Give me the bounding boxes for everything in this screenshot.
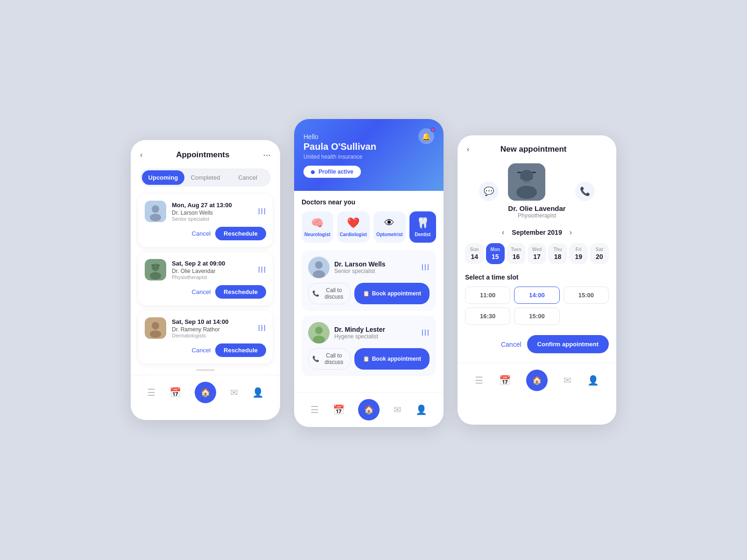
reschedule-button[interactable]: Reschedule [215,227,266,240]
tab-bar: Upcoming Completed Cancel [140,168,271,187]
specialty-optometrist[interactable]: 👁 Optometrist [374,211,406,243]
reschedule-button[interactable]: Reschedule [215,343,266,357]
doctor-card-2: Dr. Mindy Lester Hygene specialist ⁞⁞⁞ 📞… [302,315,436,376]
tab-cancel[interactable]: Cancel [226,170,269,185]
doctors-near-title: Doctors near you [302,198,436,206]
tab-upcoming[interactable]: Upcoming [142,170,184,185]
appointment-date: Mon, Aug 27 at 13:00 [172,202,252,209]
calendar-days: Sun 14 Mon 15 Tues 16 Wed 17 Thu 18 [465,243,609,264]
doctor2-specialty: Hygene specialist [334,333,416,340]
new-appointment-title: New appointment [474,145,593,154]
appointment-specialty: Physiotherapist [172,274,252,280]
bottom-nav-2: ☰ 📅 🏠 ✉ 👤 [294,392,444,427]
neurologist-icon: 🧠 [311,217,324,229]
cardiologist-label: Cardiologist [340,232,367,237]
home-button-2[interactable]: 🏠 [358,399,380,420]
profile-icon-3[interactable]: 👤 [587,375,599,386]
phone3-new-appointment: ‹ New appointment 💬 Dr. O [458,135,616,425]
doctor1-avatar [308,257,330,278]
phone-call-icon[interactable]: 📞 [575,182,595,201]
call-discuss-button-2[interactable]: 📞 Call to discuss [308,348,351,370]
notification-bell[interactable]: 🔔 [418,128,434,144]
book-appointment-button[interactable]: 📋 Book appointment [354,283,430,304]
back-icon[interactable]: ‹ [140,151,142,159]
reschedule-button[interactable]: Reschedule [215,285,266,299]
back-icon-3[interactable]: ‹ [467,145,469,154]
profile-icon[interactable]: 👤 [252,387,264,398]
time-slot-1400[interactable]: 14:00 [514,287,559,304]
calendar-icon-2[interactable]: 📅 [333,404,345,415]
screen-container: ‹ Appointments ··· Upcoming Completed Ca… [112,114,635,446]
specialty-dentist[interactable]: 🦷 Dentist [409,211,436,243]
specialty-cardiologist[interactable]: ❤️ Cardiologist [337,211,370,243]
svg-point-9 [152,322,159,329]
menu-icon[interactable]: ☰ [147,387,155,398]
dentist-label: Dentist [415,232,430,237]
calendar-day-16[interactable]: Tues 16 [507,243,526,264]
confirm-appointment-button[interactable]: Confirm appointment [527,335,609,353]
calendar-day-18[interactable]: Thu 18 [548,243,567,264]
appointment-doctor: Dr. Larson Wells [172,210,252,216]
cancel-appointment-button[interactable]: Cancel [501,341,521,348]
calendar-day-15[interactable]: Mon 15 [486,243,505,264]
menu-icon-3[interactable]: ☰ [475,375,483,386]
neurologist-label: Neurologist [304,232,331,237]
phone-icon: 📞 [312,290,319,297]
calendar-nav: ‹ September 2019 › [465,228,609,237]
doctor-main-name: Dr. Olie Lavendar [508,204,565,212]
doctor2-avatar [308,322,330,343]
phone1-header: ‹ Appointments ··· [131,140,280,165]
phone3-actions: Cancel Confirm appointment [458,329,616,359]
calendar-icon[interactable]: 📅 [169,387,181,398]
appointment-specialty: Senior specialist [172,216,252,222]
mail-icon[interactable]: ✉ [230,387,238,398]
calendar-day-20[interactable]: Sat 20 [590,243,609,264]
notification-dot [430,127,435,132]
doctor-avatar [145,201,166,222]
cancel-button[interactable]: Cancel [192,285,211,299]
call-discuss-button[interactable]: 📞 Call to discuss [308,283,351,304]
tab-completed[interactable]: Completed [184,170,227,185]
phone2-home: Hello Paula O'Sullivan United health ins… [294,119,444,427]
dentist-icon: 🦷 [416,217,429,229]
calendar-prev-button[interactable]: ‹ [502,228,504,237]
cancel-button[interactable]: Cancel [192,227,211,240]
more-options-icon[interactable]: ··· [263,149,271,160]
phone1-appointments: ‹ Appointments ··· Upcoming Completed Ca… [131,140,280,420]
calendar-icon-3[interactable]: 📅 [499,375,511,386]
svg-point-19 [516,186,537,199]
mail-icon-2[interactable]: ✉ [394,404,402,415]
calendar-day-14[interactable]: Sun 14 [465,243,484,264]
time-slot-1630[interactable]: 16:30 [465,308,510,325]
svg-point-1 [152,205,159,213]
calendar-book-icon-2: 📋 [363,356,370,362]
bottom-nav: ☰ 📅 🏠 ✉ 👤 [131,375,280,410]
book-appointment-button-2[interactable]: 📋 Book appointment [354,348,430,370]
home-button-3[interactable]: 🏠 [526,370,548,391]
doctor-avatar [145,259,166,280]
time-slot-1500b[interactable]: 15:00 [514,308,559,325]
doctor-main-avatar [508,163,545,201]
time-slot-1100[interactable]: 11:00 [465,287,510,304]
svg-point-10 [150,330,161,338]
specialty-grid: 🧠 Neurologist ❤️ Cardiologist 👁 Optometr… [302,211,436,243]
menu-icon-2[interactable]: ☰ [310,404,319,415]
svg-point-12 [315,261,323,269]
appointment-doctor: Dr. Rameny Rathor [172,326,252,333]
svg-point-2 [150,214,161,221]
message-icon[interactable]: 💬 [479,182,499,201]
specialty-neurologist[interactable]: 🧠 Neurologist [302,211,333,243]
time-slot-1500a[interactable]: 15:00 [564,287,609,304]
profile-active-button[interactable]: Profile active [303,166,361,178]
profile-icon-2[interactable]: 👤 [416,404,427,415]
calendar-day-19[interactable]: Fri 19 [569,243,588,264]
doctor-card-1: Dr. Larson Wells Senior specialist ⁞⁞⁞ 📞… [302,250,436,311]
phone3-header: ‹ New appointment [458,135,616,159]
calendar-next-button[interactable]: › [570,228,572,237]
svg-rect-6 [151,265,154,266]
cancel-button[interactable]: Cancel [192,343,211,357]
home-button[interactable]: 🏠 [195,382,216,403]
appointment-date: Sat, Sep 10 at 14:00 [172,318,252,325]
calendar-day-17[interactable]: Wed 17 [528,243,547,264]
mail-icon-3[interactable]: ✉ [564,375,571,386]
